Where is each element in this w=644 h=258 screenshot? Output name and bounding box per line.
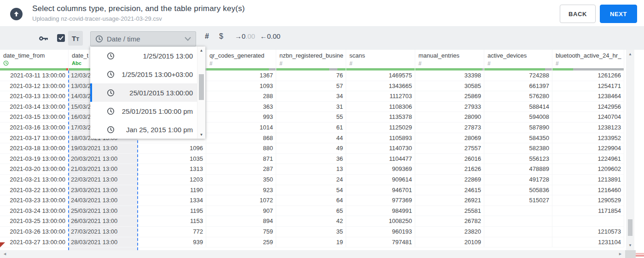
cell[interactable]: 2021-03-12 13:00:00 bbox=[0, 81, 69, 92]
cell[interactable]: 20109 bbox=[415, 237, 484, 248]
cell[interactable]: 661397 bbox=[484, 81, 552, 92]
cell[interactable]: 2021-03-13 13:00:00 bbox=[0, 91, 69, 102]
cell[interactable]: 2021-03-11 13:00:00 bbox=[0, 70, 69, 81]
cell[interactable]: 2021-03-15 13:00:00 bbox=[0, 112, 69, 123]
cell[interactable]: 25869 bbox=[415, 91, 484, 102]
cell[interactable]: 491728 bbox=[484, 175, 552, 185]
cell[interactable]: 1216460 bbox=[552, 185, 624, 196]
cell[interactable]: 2021-03-26 13:00:00 bbox=[0, 227, 69, 237]
cell[interactable]: 65 bbox=[276, 206, 346, 217]
cell[interactable]: 1334 bbox=[138, 195, 206, 206]
cell[interactable]: 724288 bbox=[484, 70, 552, 81]
dropdown-scroll-thumb[interactable] bbox=[199, 74, 204, 100]
cell[interactable]: 22869 bbox=[415, 175, 484, 185]
cell[interactable]: 36 bbox=[276, 154, 346, 164]
cell[interactable]: 1035 bbox=[138, 154, 206, 164]
cell[interactable]: 880 bbox=[206, 143, 276, 154]
next-button[interactable]: NEXT bbox=[600, 5, 637, 23]
cell[interactable]: 24 bbox=[276, 175, 346, 185]
cell[interactable]: 2021-03-18 13:00:00 bbox=[0, 143, 69, 154]
cell[interactable]: 1242956 bbox=[552, 102, 624, 112]
cell[interactable]: 797481 bbox=[346, 237, 415, 248]
cell[interactable]: 1112703 bbox=[346, 91, 415, 102]
vertical-scrollbar[interactable]: ▲ ▼ bbox=[626, 50, 634, 250]
cell[interactable]: 64 bbox=[276, 195, 346, 206]
cell[interactable]: 1140730 bbox=[346, 143, 415, 154]
column-header-qr_codes_generated[interactable]: qr_codes_generated# bbox=[206, 50, 276, 68]
cell[interactable]: 57 bbox=[276, 81, 346, 92]
cell[interactable]: 26921 bbox=[415, 195, 484, 206]
cell[interactable] bbox=[484, 237, 552, 248]
cell[interactable]: 478889 bbox=[484, 164, 552, 175]
cell[interactable]: 363 bbox=[206, 102, 276, 112]
cell[interactable]: 584350 bbox=[484, 133, 552, 144]
cell[interactable]: 1231104 bbox=[552, 237, 624, 248]
currency-format-button[interactable]: $ bbox=[219, 32, 223, 41]
primary-key-icon[interactable] bbox=[39, 35, 49, 42]
cell[interactable]: 19/03/2021 13:00 bbox=[69, 143, 138, 154]
dropdown-option[interactable]: 25/01/2015 1:00:00 pm bbox=[90, 102, 205, 120]
cell[interactable]: 1209602 bbox=[552, 164, 624, 175]
cell[interactable] bbox=[484, 227, 552, 237]
cell[interactable]: 1014 bbox=[206, 123, 276, 133]
horizontal-scrollbar[interactable]: ◄ ► bbox=[0, 250, 625, 258]
cell[interactable]: 30585 bbox=[415, 81, 484, 92]
column-type-select[interactable]: Date / time bbox=[90, 31, 196, 47]
cell[interactable]: 1238464 bbox=[552, 91, 624, 102]
cell[interactable]: 28090 bbox=[415, 112, 484, 123]
cell[interactable]: 759 bbox=[206, 227, 276, 237]
scroll-up-icon[interactable]: ▲ bbox=[197, 48, 205, 53]
cell[interactable]: 907 bbox=[206, 206, 276, 217]
cell[interactable]: 515027 bbox=[484, 195, 552, 206]
cell[interactable]: 31 bbox=[276, 102, 346, 112]
cell[interactable]: 587890 bbox=[484, 123, 552, 133]
cell[interactable]: 27933 bbox=[415, 102, 484, 112]
cell[interactable]: 24/03/2021 13:00 bbox=[69, 195, 138, 206]
cell[interactable]: 2021-03-24 13:00:00 bbox=[0, 206, 69, 217]
dropdown-option[interactable]: 25/01/2015 13:00:00 bbox=[90, 83, 205, 102]
cell[interactable]: 576280 bbox=[484, 91, 552, 102]
column-header-nzbn_registered_busine[interactable]: nzbn_registered_busine# bbox=[276, 50, 346, 68]
cell[interactable]: 34 bbox=[276, 91, 346, 102]
cell[interactable]: 19 bbox=[276, 237, 346, 248]
cell[interactable] bbox=[484, 206, 552, 217]
column-header-bluetooth_active_24_hr_[interactable]: bluetooth_active_24_hr_# bbox=[552, 50, 624, 68]
text-type-button[interactable]: Tt bbox=[68, 31, 83, 46]
cell[interactable]: 21626 bbox=[415, 164, 484, 175]
integer-format-button[interactable]: # bbox=[205, 32, 209, 41]
cell[interactable]: 13 bbox=[276, 164, 346, 175]
cell[interactable]: 2021-03-22 13:00:00 bbox=[0, 185, 69, 196]
cell[interactable]: 1125029 bbox=[346, 123, 415, 133]
cell[interactable]: 1343665 bbox=[346, 81, 415, 92]
cell[interactable]: 33398 bbox=[415, 70, 484, 81]
decimal-decrease-button[interactable]: ←0.00 bbox=[260, 32, 280, 40]
cell[interactable]: 35 bbox=[276, 227, 346, 237]
vertical-scroll-thumb[interactable] bbox=[628, 219, 632, 236]
cell[interactable]: 259 bbox=[206, 237, 276, 248]
cell[interactable]: 868 bbox=[206, 133, 276, 144]
column-header-date_time_from[interactable]: date_time_from bbox=[0, 50, 69, 68]
cell[interactable] bbox=[552, 216, 624, 227]
cell[interactable]: 993 bbox=[206, 112, 276, 123]
cell[interactable]: 350 bbox=[206, 175, 276, 185]
cell[interactable]: 61 bbox=[276, 123, 346, 133]
cell[interactable] bbox=[484, 216, 552, 227]
cell[interactable]: 505836 bbox=[484, 185, 552, 196]
cell[interactable]: 27557 bbox=[415, 143, 484, 154]
cell[interactable]: 1213891 bbox=[552, 175, 624, 185]
dropdown-option[interactable]: Jan 25, 2015 1:00 pm bbox=[90, 120, 205, 139]
dropdown-option[interactable]: 1/25/2015 13:00+03:00 bbox=[90, 65, 205, 83]
cell[interactable]: 76 bbox=[276, 70, 346, 81]
cell[interactable]: 23820 bbox=[415, 227, 484, 237]
cell[interactable]: 1105893 bbox=[346, 133, 415, 144]
column-header-manual_entries[interactable]: manual_entries# bbox=[415, 50, 484, 68]
cell[interactable]: 1290529 bbox=[552, 195, 624, 206]
cell[interactable]: 1238123 bbox=[552, 123, 624, 133]
cell[interactable]: 22/03/2021 13:00 bbox=[69, 175, 138, 185]
cell[interactable]: 946701 bbox=[346, 185, 415, 196]
cell[interactable]: 2021-03-25 13:00:00 bbox=[0, 216, 69, 227]
cell[interactable]: 556123 bbox=[484, 154, 552, 164]
cell[interactable]: 55 bbox=[276, 112, 346, 123]
cell[interactable]: 2021-03-23 13:00:00 bbox=[0, 195, 69, 206]
cell[interactable]: 1093 bbox=[206, 81, 276, 92]
